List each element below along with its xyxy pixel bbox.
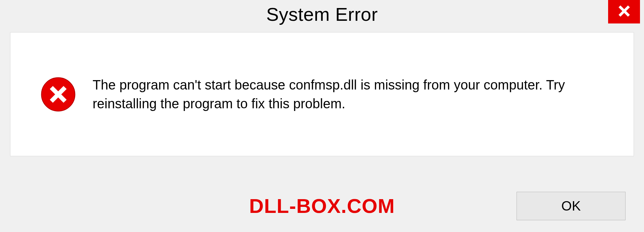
bottom-bar: DLL-BOX.COM OK <box>0 192 644 220</box>
dialog-title: System Error <box>266 3 378 25</box>
error-dialog-window: System Error The program can't start bec… <box>0 0 644 232</box>
watermark-text: DLL-BOX.COM <box>249 194 395 218</box>
title-bar: System Error <box>0 0 644 32</box>
error-message: The program can't start because confmsp.… <box>93 75 613 113</box>
close-icon <box>618 4 631 19</box>
ok-button[interactable]: OK <box>517 192 626 220</box>
error-icon <box>41 77 76 112</box>
close-button[interactable] <box>608 0 640 23</box>
content-panel: The program can't start because confmsp.… <box>10 32 634 156</box>
